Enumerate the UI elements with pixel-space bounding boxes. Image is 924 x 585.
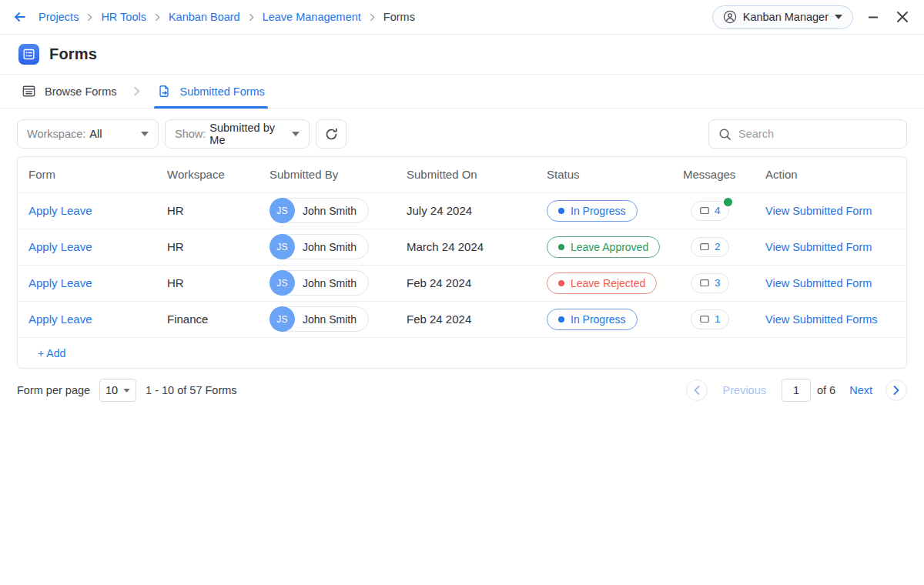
caret-down-icon	[835, 15, 842, 19]
breadcrumb: Projects HR Tools Kanban Board Leave Man…	[38, 11, 415, 23]
per-page-dropdown[interactable]: 10	[99, 379, 136, 402]
column-header-submitted-by: Submitted By	[270, 157, 407, 192]
workspace-filter-dropdown[interactable]: Workspace: All	[17, 119, 159, 149]
submitted-on-value: Feb 24 2024	[407, 276, 471, 289]
view-submitted-form-link[interactable]: View Submitted Forms	[765, 313, 878, 326]
form-name-link[interactable]: Apply Leave	[28, 313, 92, 326]
breadcrumb-forms: Forms	[383, 11, 415, 23]
unread-dot	[724, 198, 732, 206]
status-label: Leave Approved	[571, 241, 648, 253]
workspace-filter-value: All	[89, 128, 102, 140]
status-badge: In Progress	[547, 200, 638, 222]
submitted-by-name: John Smith	[295, 277, 368, 289]
show-filter-label: Show:	[175, 128, 206, 140]
messages-count: 3	[715, 277, 721, 289]
tab-browse-forms[interactable]: Browse Forms	[18, 75, 119, 108]
status-badge: Leave Rejected	[547, 272, 657, 294]
pagination-bar: Form per page 10 1 - 10 of 57 Forms Prev…	[17, 379, 907, 402]
chevron-right-icon	[370, 13, 375, 22]
add-form-button[interactable]: + Add	[38, 347, 65, 359]
status-dot-icon	[558, 316, 564, 323]
per-page-value: 10	[105, 384, 118, 396]
workspace-filter-label: Workspace:	[27, 128, 85, 140]
page-number-input[interactable]	[782, 379, 811, 402]
user-menu-label: Kanban Manager	[743, 11, 829, 23]
topbar: Projects HR Tools Kanban Board Leave Man…	[0, 0, 924, 35]
form-name-link[interactable]: Apply Leave	[28, 204, 92, 217]
status-badge: Leave Approved	[547, 236, 660, 258]
status-badge: In Progress	[547, 309, 638, 330]
status-dot-icon	[558, 280, 564, 286]
tab-browse-forms-label: Browse Forms	[45, 85, 116, 98]
column-header-messages: Messages	[683, 157, 765, 192]
table-header-row: Form Workspace Submitted By Submitted On…	[18, 157, 906, 192]
search-box	[708, 119, 907, 149]
search-input[interactable]	[738, 128, 897, 140]
view-submitted-form-link[interactable]: View Submitted Form	[765, 277, 872, 289]
messages-button[interactable]: 2	[691, 237, 729, 257]
caret-down-icon	[141, 132, 149, 136]
submitted-by-name: John Smith	[295, 313, 368, 326]
add-form-row: + Add	[18, 337, 906, 368]
messages-count: 1	[715, 313, 721, 325]
submitted-on-value: Feb 24 2024	[407, 313, 471, 326]
messages-button[interactable]: 1	[691, 309, 729, 329]
chevron-right-icon	[155, 13, 160, 22]
back-arrow-icon[interactable]	[12, 9, 28, 25]
minimize-icon[interactable]	[864, 8, 882, 26]
page-header: Forms	[0, 35, 924, 75]
status-label: Leave Rejected	[571, 277, 645, 289]
tab-submitted-forms[interactable]: Submitted Forms	[154, 75, 267, 108]
next-page-icon[interactable]	[886, 379, 907, 401]
breadcrumb-hr-tools[interactable]: HR Tools	[101, 11, 146, 23]
person-icon	[723, 10, 737, 24]
column-header-workspace: Workspace	[167, 157, 270, 192]
filter-bar: Workspace: All Show: Submitted by Me	[0, 109, 924, 149]
page-title: Forms	[49, 45, 97, 63]
view-submitted-form-link[interactable]: View Submitted Form	[765, 241, 872, 253]
next-button[interactable]: Next	[849, 384, 872, 396]
messages-button[interactable]: 4	[691, 201, 729, 221]
workspace-value: Finance	[167, 313, 208, 326]
table-row: Apply Leave Finance JS John Smith Feb 24…	[18, 301, 906, 337]
submitted-on-value: July 24 2024	[407, 204, 472, 217]
previous-page-icon[interactable]	[686, 379, 708, 401]
caret-down-icon	[123, 389, 130, 393]
status-dot-icon	[558, 208, 564, 214]
breadcrumb-leave-management[interactable]: Leave Management	[263, 11, 361, 23]
search-icon	[718, 128, 732, 141]
form-name-link[interactable]: Apply Leave	[28, 240, 92, 253]
chat-icon	[699, 278, 710, 289]
submitted-forms-icon	[157, 84, 171, 99]
submitted-by-chip: JS John Smith	[270, 234, 369, 259]
submitted-by-chip: JS John Smith	[270, 270, 369, 296]
column-header-action: Action	[765, 157, 906, 192]
avatar: JS	[270, 306, 295, 332]
avatar: JS	[270, 270, 295, 296]
submitted-by-chip: JS John Smith	[270, 306, 369, 332]
form-name-link[interactable]: Apply Leave	[28, 276, 92, 289]
messages-button[interactable]: 3	[691, 273, 729, 293]
submitted-by-chip: JS John Smith	[270, 198, 369, 223]
show-filter-dropdown[interactable]: Show: Submitted by Me	[165, 119, 310, 149]
breadcrumb-projects[interactable]: Projects	[38, 11, 79, 23]
page-count-label: of 6	[817, 384, 835, 396]
chevron-right-icon	[87, 13, 92, 22]
close-icon[interactable]	[893, 8, 912, 26]
breadcrumb-kanban-board[interactable]: Kanban Board	[169, 11, 240, 23]
user-menu-button[interactable]: Kanban Manager	[712, 5, 853, 29]
table-row: Apply Leave HR JS John Smith July 24 202…	[18, 192, 906, 229]
workspace-value: HR	[167, 204, 184, 217]
status-label: In Progress	[571, 313, 626, 326]
previous-button: Previous	[723, 384, 766, 396]
view-submitted-form-link[interactable]: View Submitted Form	[765, 205, 872, 217]
refresh-icon	[324, 127, 339, 142]
chevron-right-icon	[249, 13, 254, 22]
tab-submitted-forms-label: Submitted Forms	[179, 85, 264, 98]
column-header-status: Status	[547, 157, 683, 192]
submitted-by-name: John Smith	[295, 205, 368, 217]
refresh-button[interactable]	[316, 119, 346, 149]
workspace-value: HR	[167, 276, 184, 289]
avatar: JS	[270, 234, 295, 259]
messages-count: 2	[715, 241, 721, 252]
